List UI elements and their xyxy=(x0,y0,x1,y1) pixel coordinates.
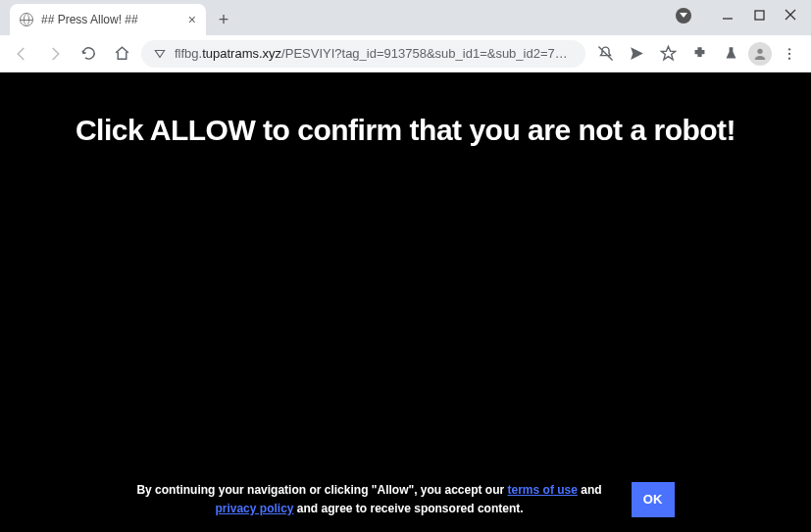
reload-button[interactable] xyxy=(75,40,102,68)
browser-tab[interactable]: ## Press Allow! ## × xyxy=(10,4,206,35)
tab-title: ## Press Allow! ## xyxy=(41,13,138,26)
tab-strip: ## Press Allow! ## × + xyxy=(0,0,237,35)
maximize-icon[interactable] xyxy=(752,8,766,22)
privacy-link[interactable]: privacy policy xyxy=(215,502,293,515)
menu-icon[interactable] xyxy=(776,40,803,68)
svg-point-7 xyxy=(788,57,790,59)
footer-text: By continuing your navigation or clickin… xyxy=(136,481,601,518)
footer-suffix: and agree to receive sponsored content. xyxy=(293,502,523,515)
address-bar[interactable]: flfbg.tupatrams.xyz/PESVIYI?tag_id=91375… xyxy=(141,40,585,68)
page-content: Click ALLOW to confirm that you are not … xyxy=(0,73,811,532)
labs-icon[interactable] xyxy=(717,40,744,68)
send-icon[interactable] xyxy=(623,40,650,68)
footer-bar: By continuing your navigation or clickin… xyxy=(0,481,811,518)
svg-rect-1 xyxy=(755,11,764,20)
home-button[interactable] xyxy=(108,40,135,68)
back-button[interactable] xyxy=(8,40,35,68)
terms-link[interactable]: terms of use xyxy=(508,483,578,497)
account-dropdown-icon[interactable] xyxy=(676,8,691,24)
svg-point-5 xyxy=(788,48,790,50)
ok-button[interactable]: OK xyxy=(632,482,675,517)
bookmark-star-icon[interactable] xyxy=(654,40,682,68)
notifications-muted-icon[interactable] xyxy=(591,40,619,68)
new-tab-button[interactable]: + xyxy=(210,6,237,33)
headline-text: Click ALLOW to confirm that you are not … xyxy=(56,114,755,147)
window-controls xyxy=(721,0,811,22)
close-tab-icon[interactable]: × xyxy=(188,12,196,27)
minimize-icon[interactable] xyxy=(721,8,735,22)
extensions-icon[interactable] xyxy=(685,40,713,68)
svg-point-4 xyxy=(757,48,762,53)
close-window-icon[interactable] xyxy=(784,8,797,22)
footer-and: and xyxy=(578,483,602,497)
browser-toolbar: flfbg.tupatrams.xyz/PESVIYI?tag_id=91375… xyxy=(0,35,811,73)
svg-point-6 xyxy=(788,52,790,54)
footer-prefix: By continuing your navigation or clickin… xyxy=(136,483,507,497)
forward-button[interactable] xyxy=(41,40,69,68)
url-text: flfbg.tupatrams.xyz/PESVIYI?tag_id=91375… xyxy=(175,46,574,61)
window-titlebar: ## Press Allow! ## × + xyxy=(0,0,811,35)
site-info-icon[interactable] xyxy=(153,47,167,61)
globe-icon xyxy=(20,13,33,26)
profile-avatar-icon[interactable] xyxy=(748,42,772,66)
